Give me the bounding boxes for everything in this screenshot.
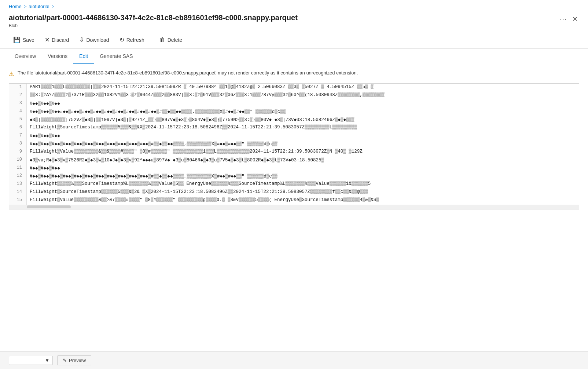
close-button[interactable]: ✕ xyxy=(571,14,579,24)
line-number: 11 xyxy=(9,164,27,172)
line-content: ◆3▒va;R◆▒◆3▒v▒7526R2◆▒◆3▒w▒10◆J◆▒◆3▒v▒92… xyxy=(27,156,579,164)
line-number: 5 xyxy=(9,116,27,124)
warning-bar: ⚠ The file 'aiotutorial/part-00001-44686… xyxy=(9,70,579,77)
breadcrumb-sep1: > xyxy=(24,4,27,9)
line-number: 12 xyxy=(9,172,27,180)
line-content: #◆◆▒#◆◆▒#◆◆#◆◆▒#◆◆▒#◆◆▒#◆◆▒#◆◆▒#◆◆▒#◆◆▒#… xyxy=(27,108,579,116)
save-button[interactable]: 💾 Save xyxy=(9,34,39,45)
line-content: #◆◆▒#◆◆▒#◆◆▒#◆◆▒#◆◆▒#◆◆▒#◆◆▒#◆◆▒#◆◆▒#◆◆▒… xyxy=(27,172,579,180)
breadcrumb-home[interactable]: Home xyxy=(9,4,22,9)
line-number: 2 xyxy=(9,92,27,100)
toolbar-divider xyxy=(152,36,152,44)
line-content: FillWeight▒SourceTimestamp▒▒▒▒▒▒5▒▒▒&▒▒&… xyxy=(27,124,579,132)
more-options-button[interactable]: ⋯ xyxy=(558,14,568,24)
tabs: Overview Versions Edit Generate SAS xyxy=(0,49,588,64)
table-row: 2▒▒3:▒zA?Z▒▒▒▒z▒7371R▒▒▒3z▒▒1082VY▒▒3:▒z… xyxy=(9,92,579,100)
table-row: 5◆3▒|▒▒▒▒▒▒▒▒▒|752VZ▒◆3▒}▒▒1097V}◆3▒}▒92… xyxy=(9,116,579,124)
tab-versions[interactable]: Versions xyxy=(42,49,73,64)
tab-edit[interactable]: Edit xyxy=(73,49,94,64)
scrollbar-thumb[interactable] xyxy=(27,205,71,208)
line-content: FillWeight▒▒▒▒▒%▒▒▒SourceTimestamp%L▒▒▒▒… xyxy=(27,180,579,189)
table-row: 11#◆◆▒#◆◆▒#◆◆ xyxy=(9,164,579,172)
line-number: 7 xyxy=(9,132,27,140)
tab-overview[interactable]: Overview xyxy=(9,49,42,64)
table-row: 3#◆◆▒#◆◆▒#◆◆ xyxy=(9,100,579,108)
table-row: 6FillWeight▒SourceTimestamp▒▒▒▒▒▒5▒▒▒&▒▒… xyxy=(9,124,579,132)
file-title: aiotutorial/part-00001-44686130-347f-4c2… xyxy=(9,13,558,22)
line-content: PAR1▒▒▒▒1▒▒▒L▒▒▒▒▒▒▒▒▒|▒▒▒2024-11-15T22:… xyxy=(27,84,579,92)
line-number: 3 xyxy=(9,100,27,108)
breadcrumb-folder[interactable]: aiotutorial xyxy=(29,4,49,9)
code-editor[interactable]: 1PAR1▒▒▒▒1▒▒▒L▒▒▒▒▒▒▒▒▒|▒▒▒2024-11-15T22… xyxy=(9,83,579,209)
toolbar: 💾 Save ✕ Discard ⇩ Download ↻ Refresh 🗑 … xyxy=(0,31,588,49)
line-number: 6 xyxy=(9,124,27,132)
line-content: FillWeight▒Value▒▒▒▒▒▒▒▒▒&▒▒&▒▒▒▒#▒▒▒▒" … xyxy=(27,148,579,156)
line-number: 13 xyxy=(9,180,27,189)
table-row: 8#◆◆▒#◆◆▒#◆◆▒#◆◆▒#◆◆▒#◆◆▒#◆◆▒#◆◆▒#◆◆▒#◆◆… xyxy=(9,140,579,148)
line-content: #◆◆▒#◆◆▒#◆◆ xyxy=(27,132,579,140)
table-row: 10◆3▒va;R◆▒◆3▒v▒7526R2◆▒◆3▒w▒10◆J◆▒◆3▒v▒… xyxy=(9,156,579,164)
line-content: FillWeight▒SourceTimestamp▒▒▒▒▒▒5▒▒▒&▒2&… xyxy=(27,189,579,197)
table-row: 12#◆◆▒#◆◆▒#◆◆▒#◆◆▒#◆◆▒#◆◆▒#◆◆▒#◆◆▒#◆◆▒#◆… xyxy=(9,172,579,180)
table-row: 15FillWeight▒Value▒▒▒▒▒▒▒▒▒&▒▒>&7▒▒▒▒#▒▒… xyxy=(9,197,579,205)
horizontal-scrollbar[interactable] xyxy=(9,205,579,209)
table-row: 7#◆◆▒#◆◆▒#◆◆ xyxy=(9,132,579,140)
warning-text: The file 'aiotutorial/part-00001-4468613… xyxy=(18,70,358,76)
line-number: 9 xyxy=(9,148,27,156)
download-icon: ⇩ xyxy=(79,36,84,43)
refresh-button[interactable]: ↻ Refresh xyxy=(115,34,149,45)
breadcrumb-sep2: > xyxy=(52,4,55,9)
line-content: ▒▒3:▒zA?Z▒▒▒▒z▒7371R▒▒▒3z▒▒1082VY▒▒3:▒z▒… xyxy=(27,92,579,100)
line-number: 14 xyxy=(9,189,27,197)
save-icon: 💾 xyxy=(13,36,21,43)
tab-generate-sas[interactable]: Generate SAS xyxy=(94,49,139,64)
table-row: 14FillWeight▒SourceTimestamp▒▒▒▒▒▒5▒▒▒&▒… xyxy=(9,189,579,197)
breadcrumb: Home > aiotutorial > xyxy=(0,0,588,11)
discard-button[interactable]: ✕ Discard xyxy=(40,34,73,45)
discard-icon: ✕ xyxy=(45,36,49,43)
title-area: aiotutorial/part-00001-44686130-347f-4c2… xyxy=(0,11,588,31)
table-row: 13FillWeight▒▒▒▒▒%▒▒▒SourceTimestamp%L▒▒… xyxy=(9,180,579,189)
line-number: 1 xyxy=(9,84,27,92)
line-content: #◆◆▒#◆◆▒#◆◆ xyxy=(27,164,579,172)
delete-button[interactable]: 🗑 Delete xyxy=(155,34,187,45)
warning-icon: ⚠ xyxy=(9,70,14,77)
delete-icon: 🗑 xyxy=(159,37,165,43)
line-content: #◆◆▒#◆◆▒#◆◆▒#◆◆▒#◆◆▒#◆◆▒#◆◆▒#◆◆▒#◆◆▒#◆◆▒… xyxy=(27,140,579,148)
editor-lines: 1PAR1▒▒▒▒1▒▒▒L▒▒▒▒▒▒▒▒▒|▒▒▒2024-11-15T22… xyxy=(9,84,579,205)
line-number: 8 xyxy=(9,140,27,148)
table-row: 9FillWeight▒Value▒▒▒▒▒▒▒▒▒&▒▒&▒▒▒▒#▒▒▒▒"… xyxy=(9,148,579,156)
refresh-icon: ↻ xyxy=(120,36,124,43)
download-button[interactable]: ⇩ Download xyxy=(75,34,113,45)
blob-label: Blob xyxy=(9,23,558,28)
line-content: #◆◆▒#◆◆▒#◆◆ xyxy=(27,100,579,108)
table-row: 4#◆◆▒#◆◆▒#◆◆#◆◆▒#◆◆▒#◆◆▒#◆◆▒#◆◆▒#◆◆▒#◆◆▒… xyxy=(9,108,579,116)
table-row: 1PAR1▒▒▒▒1▒▒▒L▒▒▒▒▒▒▒▒▒|▒▒▒2024-11-15T22… xyxy=(9,84,579,92)
line-content: FillWeight▒Value▒▒▒▒▒▒▒▒▒&▒▒>&7▒▒▒▒#▒▒▒▒… xyxy=(27,197,579,205)
line-number: 4 xyxy=(9,108,27,116)
line-number: 10 xyxy=(9,156,27,164)
line-number: 15 xyxy=(9,197,27,205)
line-content: ◆3▒|▒▒▒▒▒▒▒▒▒|752VZ▒◆3▒}▒▒1097V}◆3▒}▒927… xyxy=(27,116,579,124)
